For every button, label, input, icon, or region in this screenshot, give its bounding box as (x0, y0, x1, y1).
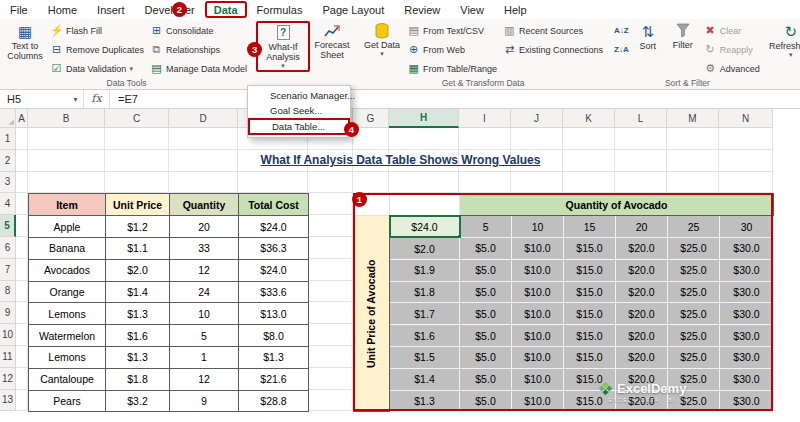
source-table-cell[interactable]: 12 (170, 368, 239, 390)
result-cell[interactable]: $10.0 (512, 368, 564, 390)
result-cell[interactable]: $20.0 (616, 303, 668, 325)
relationships-button[interactable]: ⧉Relationships (147, 40, 250, 59)
row-input-cell[interactable]: $2.0 (390, 237, 460, 259)
source-table-cell[interactable]: 33 (170, 237, 239, 259)
result-cell[interactable]: $15.0 (564, 281, 616, 303)
what-if-analysis-button[interactable]: 3 ? What-If Analysis ▾ (256, 21, 310, 72)
reapply-button[interactable]: ↻Reapply (701, 40, 763, 59)
tab-data[interactable]: Data (205, 1, 247, 18)
result-cell[interactable]: $30.0 (720, 281, 774, 303)
text-to-columns-button[interactable]: ▦ Text to Columns (3, 21, 47, 61)
source-table-cell[interactable]: Pears (29, 390, 106, 412)
result-cell[interactable]: $5.0 (460, 325, 512, 347)
row-header-8[interactable]: 8 (0, 281, 16, 303)
source-table-cell[interactable]: Orange (29, 281, 106, 303)
source-table-cell[interactable]: $33.6 (239, 281, 309, 303)
result-cell[interactable]: $25.0 (668, 237, 720, 259)
sort-button[interactable]: ⇅ Sort (631, 21, 665, 51)
source-table-header[interactable]: Quantity (170, 194, 239, 216)
result-cell[interactable]: $25.0 (668, 346, 720, 368)
row-header-1[interactable]: 1 (0, 128, 16, 150)
source-table-cell[interactable]: Lemons (29, 303, 106, 325)
tab-file[interactable]: File (0, 1, 38, 18)
result-cell[interactable]: $10.0 (512, 237, 564, 259)
row-header-3[interactable]: 3 (0, 172, 16, 194)
result-cell[interactable]: $30.0 (720, 325, 774, 347)
row-header-2[interactable]: 2 (0, 150, 16, 172)
cell-G4[interactable] (354, 194, 390, 216)
source-table-cell[interactable]: 20 (170, 216, 239, 238)
result-cell[interactable]: $20.0 (616, 281, 668, 303)
result-cell[interactable]: $5.0 (460, 346, 512, 368)
data-table-row-title[interactable]: Unit Price of Avocado (354, 216, 390, 412)
source-table-cell[interactable]: 12 (170, 259, 239, 281)
tab-page-layout[interactable]: Page Layout (312, 1, 394, 18)
data-validation-button[interactable]: ☑Data Validation▾ (47, 59, 147, 78)
source-table-cell[interactable]: $1.1 (106, 237, 170, 259)
source-table-header[interactable]: Unit Price (106, 194, 170, 216)
source-table-cell[interactable]: $2.0 (106, 259, 170, 281)
result-cell[interactable]: $15.0 (564, 325, 616, 347)
result-cell[interactable]: $5.0 (460, 281, 512, 303)
result-cell[interactable]: $5.0 (460, 303, 512, 325)
clear-button[interactable]: ✖Clear (701, 21, 763, 40)
tab-help[interactable]: Help (494, 1, 537, 18)
column-header-I[interactable]: I (459, 109, 511, 128)
row-header-12[interactable]: 12 (0, 368, 16, 390)
source-table-cell[interactable]: 24 (170, 281, 239, 303)
result-cell[interactable]: $5.0 (460, 259, 512, 281)
source-table-cell[interactable]: 10 (170, 303, 239, 325)
result-cell[interactable]: $20.0 (616, 346, 668, 368)
menu-item-data-table[interactable]: Data Table... (248, 118, 350, 135)
source-table-cell[interactable]: Banana (29, 237, 106, 259)
source-table-cell[interactable]: 5 (170, 325, 239, 347)
column-header-B[interactable]: B (28, 109, 105, 128)
result-cell[interactable]: $20.0 (616, 237, 668, 259)
source-table-cell[interactable]: $1.6 (106, 325, 170, 347)
select-all-corner[interactable]: ◢ (0, 109, 16, 128)
get-data-button[interactable]: Get Data ▾ (360, 21, 404, 58)
result-cell[interactable]: $15.0 (564, 346, 616, 368)
tab-review[interactable]: Review (394, 1, 450, 18)
result-cell[interactable]: $10.0 (512, 259, 564, 281)
menu-item-scenario-manager[interactable]: Scenario Manager... (248, 88, 350, 103)
result-cell[interactable]: $25.0 (668, 325, 720, 347)
source-table-cell[interactable]: $28.8 (239, 390, 309, 412)
column-input-cell[interactable]: 15 (564, 216, 616, 238)
source-table-cell[interactable]: $8.0 (239, 325, 309, 347)
source-table-cell[interactable]: $3.2 (106, 390, 170, 412)
recent-sources-button[interactable]: ▥Recent Sources (500, 21, 606, 40)
row-header-13[interactable]: 13 (0, 390, 16, 412)
from-table-range-button[interactable]: ▦From Table/Range (404, 59, 500, 78)
source-table-cell[interactable]: Cantaloupe (29, 368, 106, 390)
active-cell-H5[interactable]: $24.0 (390, 216, 460, 238)
result-cell[interactable]: $15.0 (564, 259, 616, 281)
row-input-cell[interactable]: $1.9 (390, 259, 460, 281)
row-header-5[interactable]: 5 (0, 215, 16, 237)
source-table-header[interactable]: Item (29, 194, 106, 216)
forecast-sheet-button[interactable]: Forecast Sheet (310, 21, 354, 60)
result-cell[interactable]: $25.0 (668, 259, 720, 281)
data-table-column-title[interactable]: Quantity of Avocado (460, 194, 774, 216)
source-table-cell[interactable]: $1.3 (106, 303, 170, 325)
result-cell[interactable]: $10.0 (512, 390, 564, 412)
column-input-cell[interactable]: 10 (512, 216, 564, 238)
result-cell[interactable]: $15.0 (564, 237, 616, 259)
result-cell[interactable]: $25.0 (668, 281, 720, 303)
result-cell[interactable]: $10.0 (512, 303, 564, 325)
name-box-caret-icon[interactable]: ▾ (68, 90, 84, 108)
result-cell[interactable]: $10.0 (512, 325, 564, 347)
column-header-C[interactable]: C (105, 109, 169, 128)
row-header-7[interactable]: 7 (0, 259, 16, 281)
row-header-4[interactable]: 4 (0, 193, 16, 215)
result-cell[interactable]: $5.0 (460, 368, 512, 390)
source-table-cell[interactable]: $1.2 (106, 216, 170, 238)
result-cell[interactable]: $30.0 (720, 368, 774, 390)
fill-handle[interactable] (457, 234, 460, 237)
from-text-csv-button[interactable]: ▤From Text/CSV (404, 21, 500, 40)
existing-connections-button[interactable]: ⇄Existing Connections (500, 40, 606, 59)
row-input-cell[interactable]: $1.5 (390, 346, 460, 368)
result-cell[interactable]: $30.0 (720, 390, 774, 412)
column-header-A[interactable]: A (16, 109, 28, 128)
advanced-button[interactable]: ⚙Advanced (701, 59, 763, 78)
